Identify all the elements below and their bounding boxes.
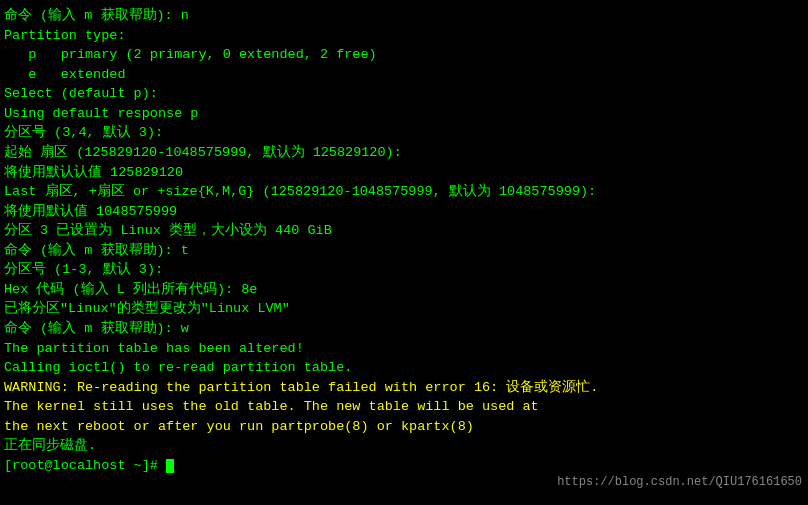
terminal-line: 分区号 (1-3, 默认 3):	[4, 260, 804, 280]
terminal-line: Select (default p):	[4, 84, 804, 104]
terminal-line: 将使用默认认值 125829120	[4, 163, 804, 183]
terminal-line: 已将分区"Linux"的类型更改为"Linux LVM"	[4, 299, 804, 319]
terminal-window: 命令 (输入 m 获取帮助): nPartition type: p prima…	[0, 0, 808, 505]
terminal-line: WARNING: Re-reading the partition table …	[4, 378, 804, 398]
terminal-line: Calling ioctl() to re-read partition tab…	[4, 358, 804, 378]
terminal-line: 起始 扇区 (125829120-1048575999, 默认为 1258291…	[4, 143, 804, 163]
terminal-line: the next reboot or after you run partpro…	[4, 417, 804, 437]
terminal-line: 分区号 (3,4, 默认 3):	[4, 123, 804, 143]
terminal-line: p primary (2 primary, 0 extended, 2 free…	[4, 45, 804, 65]
terminal-line: Partition type:	[4, 26, 804, 46]
terminal-line: Hex 代码 (输入 L 列出所有代码): 8e	[4, 280, 804, 300]
terminal-line: 将使用默认值 1048575999	[4, 202, 804, 222]
terminal-line: 命令 (输入 m 获取帮助): t	[4, 241, 804, 261]
terminal-cursor	[166, 459, 174, 473]
terminal-line: e extended	[4, 65, 804, 85]
watermark: https://blog.csdn.net/QIU176161650	[557, 474, 802, 491]
terminal-line: Using default response p	[4, 104, 804, 124]
terminal-line: Last 扇区, +扇区 or +size{K,M,G} (125829120-…	[4, 182, 804, 202]
terminal-line: The partition table has been altered!	[4, 339, 804, 359]
terminal-line: 命令 (输入 m 获取帮助): n	[4, 6, 804, 26]
terminal-line: The kernel still uses the old table. The…	[4, 397, 804, 417]
terminal-line: 分区 3 已设置为 Linux 类型，大小设为 440 GiB	[4, 221, 804, 241]
terminal-line: 正在同步磁盘.	[4, 436, 804, 456]
terminal-line: 命令 (输入 m 获取帮助): w	[4, 319, 804, 339]
terminal-line: [root@localhost ~]#	[4, 456, 804, 476]
terminal-output: 命令 (输入 m 获取帮助): nPartition type: p prima…	[4, 6, 804, 476]
